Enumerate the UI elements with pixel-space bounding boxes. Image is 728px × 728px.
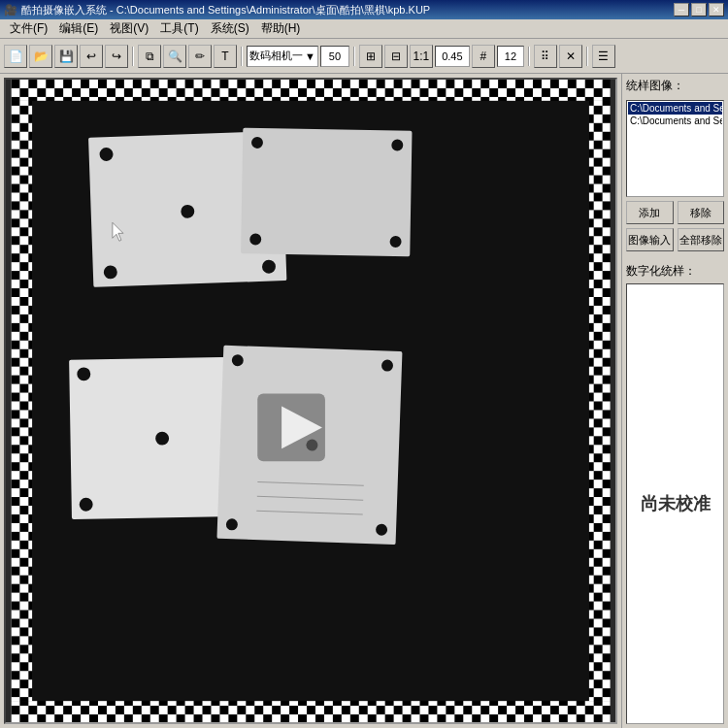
svg-rect-9 — [32, 101, 588, 701]
svg-point-31 — [376, 524, 387, 536]
svg-point-20 — [389, 236, 401, 248]
remove-all-btn[interactable]: 全部移除 — [678, 228, 725, 251]
svg-point-26 — [155, 432, 169, 446]
redo-btn[interactable]: ↪ — [105, 45, 128, 68]
svg-rect-0 — [11, 80, 610, 722]
image-area[interactable] — [4, 78, 617, 724]
menu-view[interactable]: 视图(V) — [104, 18, 154, 39]
svg-point-25 — [237, 495, 250, 509]
svg-point-30 — [381, 359, 393, 371]
open-btn[interactable]: 📂 — [29, 45, 52, 68]
svg-point-24 — [234, 364, 248, 378]
file-list[interactable]: C:\Documents and Setti C:\Documents and … — [626, 100, 724, 197]
hash-btn[interactable]: # — [472, 45, 495, 68]
svg-point-29 — [226, 518, 238, 530]
delete-btn[interactable]: ✕ — [559, 45, 582, 68]
close-btn[interactable]: ✕ — [709, 3, 724, 17]
main-content: 统样图像： C:\Documents and Setti C:\Document… — [0, 74, 728, 728]
sep5 — [586, 47, 588, 66]
pencil-btn[interactable]: ✏ — [188, 45, 212, 68]
save-btn[interactable]: 💾 — [54, 45, 78, 68]
svg-rect-36 — [257, 394, 325, 462]
file-list-item-2[interactable]: C:\Documents and Setti — [628, 115, 722, 127]
play-button[interactable] — [257, 394, 325, 462]
menu-bar: 文件(F) 编辑(E) 视图(V) 工具(T) 系统(S) 帮助(H) — [0, 19, 728, 39]
svg-point-18 — [249, 233, 261, 245]
settings-btn[interactable]: ☰ — [592, 45, 615, 68]
svg-marker-37 — [281, 406, 322, 448]
maximize-btn[interactable]: □ — [691, 3, 707, 17]
svg-line-34 — [257, 496, 363, 500]
sep3 — [353, 47, 355, 66]
points-btn[interactable]: ⠿ — [534, 45, 557, 68]
text-btn[interactable]: T — [214, 45, 237, 68]
window-controls: ─ □ ✕ — [674, 3, 724, 17]
menu-help[interactable]: 帮助(H) — [255, 18, 307, 39]
new-btn[interactable]: 📄 — [4, 45, 27, 68]
canvas-svg — [6, 80, 615, 722]
menu-tools[interactable]: 工具(T) — [154, 18, 204, 39]
svg-point-12 — [104, 265, 117, 279]
svg-rect-7 — [11, 101, 32, 701]
svg-marker-38 — [113, 222, 123, 241]
svg-line-35 — [256, 511, 362, 514]
svg-point-17 — [251, 137, 263, 149]
menu-edit[interactable]: 编辑(E) — [53, 18, 104, 39]
num-input[interactable] — [497, 46, 524, 67]
btn-row-1: 添加 移除 — [626, 201, 724, 224]
svg-point-11 — [99, 148, 113, 161]
window-title: 酷拍摄像嵌入系统 - C:\Documents and Settings\Adm… — [17, 3, 674, 17]
svg-point-15 — [181, 205, 194, 218]
title-bar: 🎥 酷拍摄像嵌入系统 - C:\Documents and Settings\A… — [0, 0, 728, 19]
grid-btn[interactable]: ⊟ — [384, 45, 408, 68]
minimize-btn[interactable]: ─ — [674, 3, 689, 17]
undo-btn[interactable]: ↩ — [80, 45, 103, 68]
menu-file[interactable]: 文件(F) — [4, 18, 53, 39]
images-label: 统样图像： — [626, 78, 724, 94]
canvas-content — [6, 80, 615, 722]
add-btn[interactable]: 添加 — [626, 201, 674, 224]
cursor — [113, 222, 123, 241]
sep2 — [241, 47, 243, 66]
dropdown-arrow: ▼ — [305, 50, 315, 62]
fit-btn[interactable]: ⊞ — [359, 45, 382, 68]
menu-system[interactable]: 系统(S) — [205, 18, 255, 39]
ratio-input[interactable] — [435, 46, 470, 67]
right-panel: 统样图像： C:\Documents and Setti C:\Document… — [621, 74, 728, 728]
svg-rect-8 — [589, 101, 611, 701]
svg-point-23 — [80, 498, 93, 512]
svg-point-14 — [262, 259, 276, 273]
svg-point-22 — [77, 367, 90, 381]
sep1 — [132, 47, 134, 66]
toolbar: 📄 📂 💾 ↩ ↪ ⧉ 🔍 ✏ T 数码相机一 ▼ ⊞ ⊟ 1:1 # ⠿ ✕ … — [0, 39, 728, 74]
svg-point-28 — [232, 354, 244, 366]
sep4 — [528, 47, 530, 66]
digitize-label: 数字化统样： — [626, 263, 724, 280]
svg-rect-6 — [11, 701, 610, 722]
svg-rect-16 — [241, 128, 412, 256]
camera-dropdown[interactable]: 数码相机一 ▼ — [247, 46, 318, 67]
zoom-input[interactable] — [320, 46, 349, 67]
digitize-status: 尚未校准 — [626, 283, 724, 724]
svg-rect-27 — [216, 346, 402, 545]
copy-btn[interactable]: ⧉ — [138, 45, 161, 68]
svg-line-33 — [257, 481, 363, 485]
app-icon: 🎥 — [4, 4, 17, 17]
camera-dropdown-label: 数码相机一 — [249, 49, 303, 63]
remove-btn[interactable]: 移除 — [678, 201, 725, 224]
svg-point-32 — [306, 439, 317, 450]
svg-rect-5 — [11, 80, 610, 101]
svg-point-13 — [258, 142, 272, 155]
import-btn[interactable]: 图像输入 — [626, 228, 674, 251]
svg-rect-21 — [69, 356, 260, 519]
ratio-btn[interactable]: 1:1 — [410, 45, 433, 68]
zoom-btn[interactable]: 🔍 — [163, 45, 186, 68]
svg-rect-10 — [88, 131, 286, 287]
svg-point-19 — [391, 139, 403, 150]
btn-row-2: 图像输入 全部移除 — [626, 228, 724, 251]
file-list-item-1[interactable]: C:\Documents and Setti — [628, 102, 722, 115]
